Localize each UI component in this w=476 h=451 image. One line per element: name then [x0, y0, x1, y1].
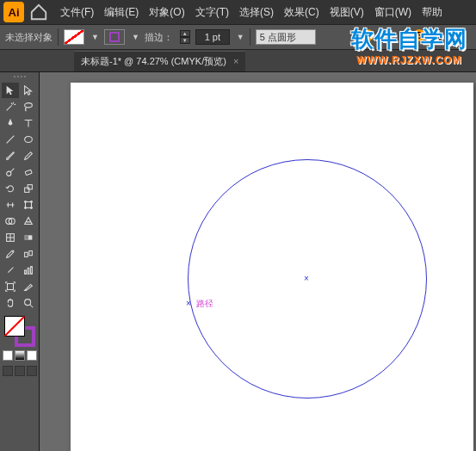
svg-rect-18	[25, 270, 27, 274]
symbol-sprayer-tool[interactable]	[2, 263, 19, 278]
gradient-mode-box[interactable]	[15, 350, 25, 361]
width-tool[interactable]	[2, 197, 19, 213]
eraser-tool[interactable]	[20, 164, 37, 180]
tools-panel	[0, 72, 40, 451]
svg-rect-19	[28, 268, 29, 274]
home-icon[interactable]	[29, 3, 48, 22]
svg-rect-16	[25, 252, 28, 256]
gradient-tool[interactable]	[20, 230, 37, 245]
center-anchor-icon[interactable]: ×	[304, 276, 309, 281]
hand-tool[interactable]	[2, 295, 19, 311]
selection-status: 未选择对象	[5, 31, 53, 44]
svg-rect-21	[8, 284, 14, 290]
stepper-up-icon[interactable]: ▲	[180, 30, 190, 37]
blob-brush-tool[interactable]	[2, 164, 19, 180]
divider	[58, 28, 59, 46]
perspective-tool[interactable]	[20, 213, 37, 229]
svg-point-22	[25, 300, 31, 306]
paintbrush-tool[interactable]	[2, 148, 19, 164]
menu-edit[interactable]: 编辑(E)	[99, 5, 144, 20]
menu-window[interactable]: 窗口(W)	[369, 5, 417, 20]
pencil-tool[interactable]	[20, 148, 37, 164]
graph-tool[interactable]	[20, 263, 37, 278]
fill-swatch[interactable]	[64, 29, 84, 45]
path-label: 路径	[196, 298, 213, 310]
stroke-label: 描边：	[145, 31, 173, 44]
eyedropper-tool[interactable]	[2, 246, 19, 262]
canvas[interactable]: × × 路径	[40, 72, 476, 451]
app-logo: Ai	[3, 2, 24, 22]
direct-selection-tool[interactable]	[20, 83, 37, 98]
svg-point-1	[25, 137, 33, 143]
divider	[250, 28, 250, 46]
rotate-tool[interactable]	[2, 181, 19, 196]
type-tool[interactable]	[20, 115, 37, 131]
svg-rect-5	[28, 185, 32, 189]
panel-grip-icon[interactable]	[3, 76, 37, 81]
lasso-tool[interactable]	[20, 99, 37, 114]
menu-view[interactable]: 视图(V)	[325, 5, 369, 20]
document-tab[interactable]: 未标题-1* @ 74.27% (CMYK/预览) ×	[74, 51, 245, 71]
ellipse-tool[interactable]	[20, 132, 37, 147]
menu-help[interactable]: 帮助	[417, 5, 448, 20]
menu-effect[interactable]: 效果(C)	[279, 5, 325, 20]
fill-stroke-indicator[interactable]	[4, 316, 35, 347]
fill-dropdown-icon[interactable]: ▼	[91, 33, 99, 41]
svg-rect-6	[26, 202, 32, 208]
main-area: × × 路径	[0, 72, 476, 451]
free-transform-tool[interactable]	[20, 197, 37, 213]
edge-anchor-icon[interactable]: ×	[186, 301, 191, 306]
selection-tool[interactable]	[2, 83, 19, 98]
stroke-dropdown-icon[interactable]: ▼	[132, 33, 139, 41]
slice-tool[interactable]	[20, 279, 37, 294]
tab-title: 未标题-1* @ 74.27% (CMYK/预览)	[81, 55, 226, 68]
blend-tool[interactable]	[20, 246, 37, 262]
close-icon[interactable]: ×	[233, 56, 238, 66]
menu-type[interactable]: 文字(T)	[190, 5, 234, 20]
menu-select[interactable]: 选择(S)	[234, 5, 279, 20]
stroke-weight-dropdown-icon[interactable]: ▼	[237, 33, 244, 41]
draw-inside-icon[interactable]	[27, 366, 37, 376]
shape-builder-tool[interactable]	[2, 213, 19, 229]
mesh-tool[interactable]	[2, 230, 19, 245]
svg-rect-17	[29, 251, 33, 256]
artboard-tool[interactable]	[2, 279, 19, 294]
stepper-down-icon[interactable]: ▼	[180, 37, 190, 44]
draw-normal-icon[interactable]	[3, 366, 13, 376]
svg-point-0	[25, 103, 33, 108]
scale-tool[interactable]	[20, 181, 37, 196]
menu-file[interactable]: 文件(F)	[55, 5, 99, 20]
stroke-weight-input[interactable]	[195, 29, 230, 45]
fill-color-box[interactable]	[4, 316, 25, 337]
stroke-swatch[interactable]	[104, 29, 125, 45]
menu-object[interactable]: 对象(O)	[144, 5, 189, 20]
watermark: 软件自学网 WWW.RJZXW.COM	[351, 24, 467, 66]
watermark-title: 软件自学网	[351, 24, 467, 54]
svg-rect-15	[25, 235, 28, 239]
svg-rect-20	[31, 267, 33, 275]
svg-rect-4	[25, 188, 29, 192]
menu-bar: Ai 文件(F) 编辑(E) 对象(O) 文字(T) 选择(S) 效果(C) 视…	[0, 0, 476, 24]
zoom-tool[interactable]	[20, 295, 37, 311]
pen-tool[interactable]	[2, 115, 19, 131]
profile-select[interactable]	[256, 29, 316, 45]
line-tool[interactable]	[2, 132, 19, 147]
draw-behind-icon[interactable]	[15, 366, 25, 376]
none-mode-box[interactable]	[27, 350, 37, 361]
magic-wand-tool[interactable]	[2, 99, 19, 114]
stroke-stepper[interactable]: ▲ ▼	[180, 30, 190, 44]
svg-rect-3	[25, 170, 32, 176]
watermark-url: WWW.RJZXW.COM	[351, 54, 467, 66]
color-mode-box[interactable]	[3, 350, 13, 361]
